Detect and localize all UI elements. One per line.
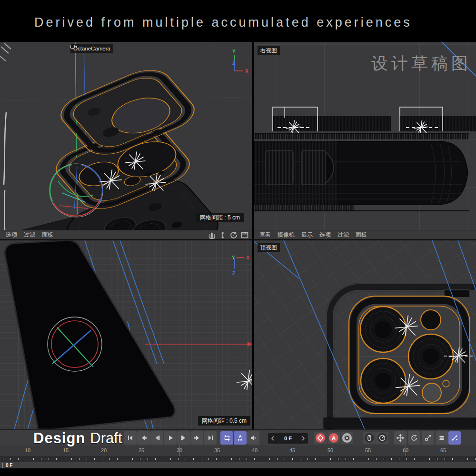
axis-gizmo: Y X Z — [232, 255, 249, 276]
menu-camera[interactable]: 摄像机 — [278, 231, 295, 239]
ruler-tick: 35 — [214, 447, 220, 453]
viewport-label-badge[interactable]: 右视图 — [258, 46, 280, 55]
ruler-tick: 10 — [25, 447, 30, 453]
right-menubar: 查看 摄像机 显示 选项 过滤 面板 — [254, 230, 476, 239]
viewport-front[interactable]: Y X Z 网格间距 : 0.5 cm — [0, 240, 252, 429]
grid-spacing-badge: 网格间距 : 5 cm — [196, 213, 244, 222]
toggle-panel-icon[interactable] — [241, 231, 248, 239]
ruler-tick: 20 — [101, 447, 107, 453]
viewport-right[interactable]: 右视图 设计草稿图 — [254, 42, 476, 230]
play-button[interactable] — [164, 431, 177, 445]
goto-start-button[interactable] — [124, 431, 137, 445]
prev-key-button[interactable] — [137, 431, 150, 445]
axis-y-label: Y — [232, 255, 235, 260]
caption-bold: Design — [33, 430, 85, 446]
keying-settings-button[interactable] — [341, 432, 353, 444]
record-scale-button[interactable] — [422, 431, 434, 445]
ruler-tick: 40 — [252, 447, 258, 453]
dial-icon — [377, 433, 387, 443]
viewport-label-badge[interactable]: 顶视图 — [258, 243, 280, 252]
caption-design-draft: DesignDraft — [33, 430, 122, 447]
viewport-top[interactable]: 顶视图 — [254, 240, 476, 429]
ruler-tick: 25 — [139, 447, 144, 453]
viewport-perspective[interactable]: Y Z X OctaneCamera 网格间距 : 5 cm — [0, 42, 252, 230]
ruler-tick: 50 — [327, 447, 333, 453]
loop-mode-button[interactable] — [220, 431, 233, 445]
menu-options[interactable]: 选项 — [6, 231, 17, 239]
playhead-marker[interactable] — [2, 463, 3, 468]
current-frame-spinner[interactable]: 0 F — [268, 433, 308, 444]
play-icon — [167, 434, 174, 442]
keyframe-selection-button[interactable] — [363, 432, 376, 444]
playhead-label: 0 F — [6, 463, 12, 468]
camera-icon — [70, 44, 77, 49]
record-rotation-button[interactable] — [408, 431, 420, 445]
anim-mode-label: A — [238, 434, 241, 439]
top-view-canvas — [254, 240, 476, 429]
gear-icon — [342, 433, 352, 443]
record-keyframe-button[interactable] — [314, 432, 327, 444]
speaker-icon — [249, 434, 257, 442]
current-frame-value: 0 F — [284, 436, 292, 441]
perspective-menubar: 选项 过滤 面板 — [0, 230, 252, 239]
next-key-button[interactable] — [190, 431, 203, 445]
animation-mode-button[interactable]: A — [234, 431, 247, 445]
sound-button[interactable] — [247, 431, 259, 445]
next-frame-icon — [180, 434, 188, 442]
spinner-left-icon[interactable] — [271, 436, 275, 441]
loop-icon — [223, 434, 231, 442]
record-position-button[interactable] — [394, 431, 407, 445]
app-window: Derived from multiple accumulated experi… — [0, 0, 476, 476]
prev-frame-icon — [153, 434, 161, 442]
record-pla-button[interactable] — [448, 431, 461, 445]
menu-panel[interactable]: 面板 — [42, 231, 53, 239]
axis-x-label: X — [246, 255, 249, 260]
goto-start-icon — [127, 434, 134, 442]
axis-y-label: Y — [232, 49, 236, 54]
scale-icon — [424, 434, 432, 442]
prev-frame-button[interactable] — [150, 431, 163, 445]
ruler-tick: 45 — [289, 447, 295, 453]
menu-filter[interactable]: 过滤 — [24, 231, 35, 239]
menu-display[interactable]: 显示 — [301, 231, 313, 239]
autokey-button[interactable]: A — [327, 432, 340, 444]
perspective-canvas: Y Z X — [0, 42, 252, 230]
next-frame-button[interactable] — [177, 431, 190, 445]
pla-icon — [451, 434, 458, 442]
spinner-right-icon[interactable] — [301, 436, 305, 441]
ruler-tick: 55 — [365, 447, 371, 453]
goto-end-button[interactable] — [204, 431, 217, 445]
timeline-playhead-row[interactable]: 0 F — [0, 462, 476, 468]
ruler-tick: 65 — [440, 447, 446, 453]
autokey-icon: A — [328, 433, 339, 443]
goto-end-icon — [207, 434, 214, 442]
front-view-canvas: Y X Z — [0, 240, 252, 429]
axis-z-label: Z — [232, 271, 235, 276]
camera-label: OctaneCamera — [73, 44, 110, 53]
menu-view[interactable]: 查看 — [259, 231, 271, 239]
menu-options[interactable]: 选项 — [319, 231, 331, 239]
caption-regular: Draft — [90, 430, 122, 446]
camera-label-badge[interactable]: OctaneCamera — [70, 44, 113, 53]
menu-panel[interactable]: 面板 — [356, 231, 367, 239]
timeline-tick-strip[interactable] — [0, 456, 476, 462]
record-parameter-button[interactable] — [436, 431, 448, 445]
menu-filter[interactable]: 过滤 — [337, 231, 349, 239]
top-view-label: 顶视图 — [260, 243, 277, 252]
axis-x-label: X — [245, 69, 248, 74]
move-icon — [397, 434, 404, 442]
keyframe-timing-button[interactable] — [376, 432, 388, 444]
axis-gizmo: Y Z X — [232, 49, 248, 74]
right-view-label: 右视图 — [260, 46, 277, 55]
dolly-zoom-icon[interactable] — [219, 231, 227, 239]
banner-title: Derived from multiple accumulated experi… — [34, 15, 412, 30]
rotate-icon — [410, 434, 418, 442]
orbit-icon[interactable] — [230, 231, 238, 239]
timeline-ruler[interactable]: 10 15 20 25 30 35 40 45 50 55 60 65 — [0, 446, 476, 456]
record-keyframe-icon — [315, 433, 326, 443]
pan-hand-icon[interactable] — [208, 231, 216, 239]
next-key-icon — [193, 434, 201, 442]
autokey-label: A — [332, 435, 336, 441]
design-draft-watermark: 设计草稿图 — [371, 52, 471, 75]
parameter-icon — [438, 434, 446, 442]
